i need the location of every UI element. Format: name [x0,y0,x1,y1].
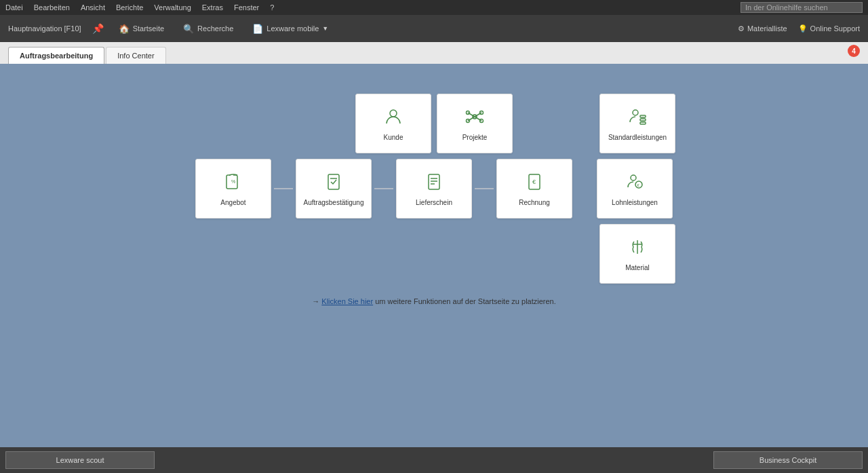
svg-point-0 [390,110,397,117]
tab-auftragsbearbeitung[interactable]: Auftragsbearbeitung [8,47,104,64]
card-lieferschein-label: Lieferschein [416,199,452,207]
card-kunde-label: Kunde [384,134,403,142]
menu-berichte[interactable]: Berichte [116,3,143,12]
card-material-label: Material [625,264,650,272]
toolbar-left: Hauptnavigation [F10] 📌 🏠 Startseite 🔍 R… [8,22,332,36]
card-lieferschein[interactable]: Lieferschein [396,159,472,219]
menubar-right [741,2,863,13]
pin-icon[interactable]: 📌 [92,23,104,34]
home-icon: 🏠 [119,24,130,34]
svg-point-10 [633,110,638,115]
card-rechnung-label: Rechnung [519,199,550,207]
toolbar-online-support[interactable]: 💡 Online Support [798,24,860,33]
card-standardleistungen[interactable]: Standardleistungen [599,94,675,153]
toolbar-recherche[interactable]: 🔍 Recherche [179,22,237,36]
kunde-icon [382,106,404,131]
svg-rect-11 [640,115,646,117]
svg-point-23 [631,175,636,181]
toolbar: Hauptnavigation [F10] 📌 🏠 Startseite 🔍 R… [0,15,868,42]
toolbar-materialliste[interactable]: ⚙ Materialliste [738,24,787,33]
card-lohnleistungen[interactable]: € Lohnleistungen [597,159,673,219]
material-icon [627,236,648,261]
bottom-link-prefix: → [312,297,321,305]
tab-info-center[interactable]: Info Center [106,47,165,64]
card-angebot-label: Angebot [220,199,245,207]
svg-text:%: % [231,179,235,184]
svg-text:€: € [532,178,536,185]
card-auftragsbestaetigung-label: Auftragsbestätigung [304,199,364,207]
menubar: Datei Bearbeiten Ansicht Berichte Verwal… [0,0,868,15]
card-projekte[interactable]: Projekte [437,94,513,153]
lieferschein-icon [423,171,445,196]
connector-1 [274,188,293,189]
lohnleistungen-icon: € [624,171,646,196]
toolbar-startseite[interactable]: 🏠 Startseite [115,22,168,36]
menu-fenster[interactable]: Fenster [234,3,259,12]
main-content: Kunde Projekte [0,64,868,447]
support-icon: 💡 [798,24,808,33]
menubar-left: Datei Bearbeiten Ansicht Berichte Verwal… [5,3,274,12]
card-material[interactable]: Material [599,224,675,284]
toolbar-startseite-label: Startseite [133,24,164,33]
tab-badge: 4 [848,45,860,57]
card-standardleistungen-label: Standardleistungen [608,134,667,142]
card-auftragsbestaetigung[interactable]: Auftragsbestätigung [296,159,372,219]
bottom-link: → Klicken Sie hier um weitere Funktionen… [312,297,556,305]
toolbar-materialliste-label: Materialliste [747,24,787,33]
menu-bearbeiten[interactable]: Bearbeiten [34,3,70,12]
card-lohnleistungen-label: Lohnleistungen [612,199,658,207]
footer: Lexware scout Business Cockpit [0,447,868,473]
card-projekte-label: Projekte [462,134,488,142]
angebot-icon: % [222,171,244,196]
connector-3 [475,188,494,189]
workflow: Kunde Projekte [190,91,678,286]
workflow-row-1: Kunde Projekte [190,91,678,156]
standardleistungen-icon [627,106,648,131]
card-kunde[interactable]: Kunde [355,94,431,153]
toolbar-mobile-label: Lexware mobile [267,24,319,33]
mobile-icon: 📄 [252,24,263,34]
connector-2 [374,188,393,189]
dropdown-arrow-icon: ▼ [322,25,328,32]
card-angebot[interactable]: % Angebot [195,159,271,219]
workflow-row-2: % Angebot Auftragsbestätigung [193,156,675,221]
menu-ansicht[interactable]: Ansicht [81,3,105,12]
toolbar-right: ⚙ Materialliste 💡 Online Support [738,24,860,33]
bottom-link-anchor[interactable]: Klicken Sie hier [321,297,373,305]
gear-icon: ⚙ [738,24,745,33]
toolbar-lexware-mobile[interactable]: 📄 Lexware mobile ▼ [248,22,332,36]
business-cockpit-button[interactable]: Business Cockpit [713,451,863,469]
toolbar-support-label: Online Support [810,24,860,33]
svg-rect-15 [328,174,339,189]
menu-datei[interactable]: Datei [5,3,23,12]
lexware-scout-button[interactable]: Lexware scout [5,451,155,469]
auftragsbestaetigung-icon [323,171,344,196]
tabbar: Auftragsbearbeitung Info Center 4 [0,42,868,64]
menu-verwaltung[interactable]: Verwaltung [154,3,191,12]
nav-label: Hauptnavigation [F10] [8,24,81,33]
bottom-link-suffix: um weitere Funktionen auf der Startseite… [373,297,556,305]
help-search-input[interactable] [741,2,863,13]
menu-help[interactable]: ? [270,3,274,12]
toolbar-recherche-label: Recherche [197,24,233,33]
menu-extras[interactable]: Extras [202,3,223,12]
workflow-row-3: Material [190,221,678,286]
projekte-icon [464,106,486,131]
svg-rect-13 [640,122,646,124]
rechnung-icon: € [524,171,545,196]
svg-rect-12 [640,119,646,121]
card-rechnung[interactable]: € Rechnung [496,159,572,219]
search-icon: 🔍 [183,24,194,34]
svg-text:€: € [637,183,640,187]
svg-rect-17 [429,174,439,189]
